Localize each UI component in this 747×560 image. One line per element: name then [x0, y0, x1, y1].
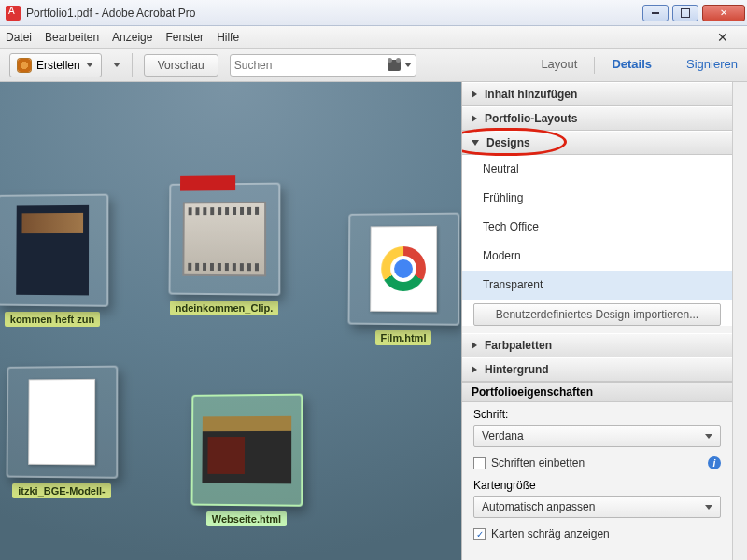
- menu-view[interactable]: Anzeige: [112, 31, 152, 44]
- tab-details[interactable]: Details: [612, 57, 652, 74]
- separator: [132, 53, 133, 77]
- window-title: Portfolio1.pdf - Adobe Acrobat Pro: [26, 7, 641, 20]
- section-label: Designs: [486, 136, 530, 149]
- search-input[interactable]: [230, 54, 416, 77]
- section-layouts[interactable]: Portfolio-Layouts: [462, 106, 732, 131]
- chevron-right-icon: [472, 91, 477, 98]
- thumbnail-icon: [16, 205, 89, 296]
- portfolio-canvas[interactable]: kommen heft zun ndeinkommen_Clip. Film.h…: [0, 82, 461, 560]
- tab-sign[interactable]: Signieren: [686, 57, 738, 74]
- chevron-down-icon: [472, 140, 479, 146]
- create-button[interactable]: Erstellen: [9, 53, 102, 77]
- portfolio-properties-header: Portfolioeigenschaften: [462, 382, 732, 402]
- design-option-modern[interactable]: Modern: [462, 242, 732, 271]
- file-item[interactable]: ndeinkommen_Clip.: [168, 183, 280, 319]
- preview-button[interactable]: Vorschau: [144, 54, 218, 77]
- card-size-select[interactable]: Automatisch anpassen: [473, 496, 721, 518]
- design-option-techoffice[interactable]: Tech Office: [462, 213, 732, 242]
- file-label: kommen heft zun: [5, 312, 100, 327]
- section-label: Portfolio-Layouts: [485, 112, 577, 125]
- toolbar: Erstellen Vorschau Layout Details Signie…: [0, 49, 747, 82]
- minimize-button[interactable]: [642, 5, 669, 21]
- section-label: Inhalt hinzufügen: [485, 88, 577, 101]
- design-option-neutral[interactable]: Neutral: [462, 155, 732, 184]
- search-field[interactable]: [234, 59, 388, 72]
- file-label: Webseite.html: [206, 511, 287, 526]
- section-add-content[interactable]: Inhalt hinzufügen: [462, 82, 732, 106]
- font-value: Verdana: [482, 429, 524, 442]
- section-designs[interactable]: Designs: [462, 131, 732, 155]
- designs-list: Neutral Frühling Tech Office Modern Tran…: [462, 155, 732, 326]
- separator: [594, 57, 595, 74]
- font-select[interactable]: Verdana: [473, 425, 721, 447]
- design-option-transparent[interactable]: Transparent: [462, 271, 732, 300]
- file-label: Film.html: [375, 330, 432, 345]
- menu-help[interactable]: Hilfe: [217, 31, 239, 44]
- menu-window[interactable]: Fenster: [165, 31, 204, 44]
- info-icon[interactable]: i: [708, 456, 721, 469]
- chevron-down-icon: [705, 505, 712, 510]
- file-label: ndeinkommen_Clip.: [170, 301, 279, 315]
- chrome-icon: [381, 246, 426, 291]
- file-label: itzki_BGE-Modell-: [12, 483, 111, 498]
- chevron-right-icon: [472, 115, 477, 122]
- menubar-close-icon[interactable]: ✕: [717, 30, 728, 45]
- design-option-spring[interactable]: Frühling: [462, 184, 732, 213]
- create-icon: [18, 59, 31, 72]
- checkbox-icon: ✓: [473, 528, 486, 540]
- filmstrip-icon: [182, 202, 266, 277]
- tilt-cards-checkbox[interactable]: ✓ Karten schräg anzeigen: [462, 524, 732, 544]
- file-item[interactable]: Film.html: [347, 213, 459, 349]
- card-size-label: Kartengröße: [473, 479, 721, 492]
- red-bar-icon: [180, 175, 235, 190]
- preview-label: Vorschau: [158, 59, 204, 72]
- import-design-button[interactable]: Benutzerdefiniertes Design importieren..…: [473, 303, 721, 326]
- embed-fonts-checkbox[interactable]: Schriften einbetten i: [462, 453, 732, 473]
- side-panel: Inhalt hinzufügen Portfolio-Layouts Desi…: [461, 82, 732, 560]
- checkbox-icon: [473, 457, 486, 469]
- webpage-icon: [202, 416, 291, 484]
- checkbox-label: Karten schräg anzeigen: [491, 527, 610, 540]
- file-item[interactable]: kommen heft zun: [0, 194, 108, 330]
- tab-layout[interactable]: Layout: [541, 57, 577, 74]
- document-icon: [28, 379, 95, 466]
- card-size-value: Automatisch anpassen: [482, 500, 595, 513]
- search-dropdown-icon[interactable]: [404, 63, 412, 67]
- chevron-down-icon: [705, 434, 712, 439]
- binoculars-icon[interactable]: [388, 60, 401, 71]
- section-background[interactable]: Hintergrund: [462, 357, 732, 382]
- chevron-right-icon: [472, 366, 477, 373]
- file-item[interactable]: itzki_BGE-Modell-: [6, 366, 118, 502]
- panel-scrollbar[interactable]: [732, 82, 747, 560]
- app-icon: [6, 6, 21, 21]
- separator: [669, 57, 669, 74]
- create-label: Erstellen: [36, 59, 80, 72]
- menu-bar: Datei Bearbeiten Anzeige Fenster Hilfe ✕: [0, 26, 747, 49]
- menu-edit[interactable]: Bearbeiten: [45, 31, 99, 44]
- toolbar-dropdown-icon[interactable]: [113, 63, 120, 67]
- chevron-right-icon: [472, 342, 477, 349]
- menu-file[interactable]: Datei: [6, 31, 32, 44]
- checkbox-label: Schriften einbetten: [491, 456, 585, 469]
- font-label: Schrift:: [473, 408, 721, 421]
- section-label: Hintergrund: [485, 363, 549, 376]
- section-palettes[interactable]: Farbpaletten: [462, 333, 732, 357]
- maximize-button[interactable]: [672, 5, 698, 21]
- window-titlebar: Portfolio1.pdf - Adobe Acrobat Pro: [0, 0, 747, 26]
- file-item-selected[interactable]: Webseite.html: [190, 394, 303, 530]
- section-label: Farbpaletten: [485, 339, 552, 352]
- close-button[interactable]: [702, 5, 745, 21]
- chevron-down-icon: [86, 63, 93, 67]
